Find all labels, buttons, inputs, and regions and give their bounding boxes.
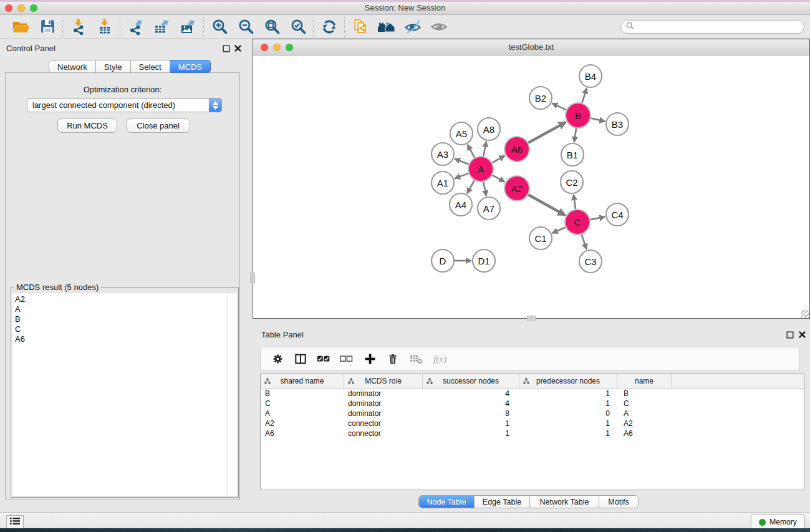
- tab-node-table[interactable]: Node Table: [419, 496, 475, 508]
- graph-edge-C-C1[interactable]: [552, 227, 566, 233]
- graph-edge-A-A8[interactable]: [483, 142, 486, 156]
- graph-edge-A-A5[interactable]: [468, 145, 475, 158]
- zoom-selected-icon[interactable]: [289, 17, 307, 36]
- graph-edge-B-B2[interactable]: [552, 104, 566, 110]
- graph-edge-C-C4[interactable]: [591, 217, 605, 220]
- column-header-name[interactable]: name: [617, 374, 672, 388]
- import-network-icon[interactable]: [69, 17, 88, 36]
- mcds-result-item[interactable]: A2: [15, 294, 228, 304]
- column-header-successor-nodes[interactable]: successor nodes: [423, 374, 519, 388]
- graph-node-C2[interactable]: C2: [561, 171, 583, 193]
- graph-edge-B-B4[interactable]: [582, 89, 586, 103]
- column-header-MCDS-role[interactable]: MCDS role: [344, 374, 423, 388]
- import-table-icon[interactable]: [95, 17, 114, 36]
- tab-network-table[interactable]: Network Table: [530, 496, 599, 508]
- graph-edge-A-A1[interactable]: [455, 173, 468, 178]
- graph-edge-A-A4[interactable]: [467, 180, 475, 193]
- mcds-result-item[interactable]: A6: [15, 334, 228, 344]
- app-titlebar[interactable]: Session: New Session: [0, 2, 810, 15]
- zoom-in-icon[interactable]: [210, 17, 229, 36]
- refresh-icon[interactable]: [320, 17, 339, 36]
- tab-mcds[interactable]: MCDS: [170, 60, 211, 73]
- table-row-B[interactable]: Bdominator41B: [261, 389, 804, 399]
- graph-edge-A6-B[interactable]: [528, 122, 566, 143]
- graph-node-A[interactable]: A: [468, 157, 493, 181]
- graph-edge-C-C2[interactable]: [574, 195, 576, 209]
- column-view-icon[interactable]: [294, 351, 307, 367]
- run-mcds-button[interactable]: Run MCDS: [57, 118, 117, 133]
- graph-node-A3[interactable]: A3: [432, 143, 454, 165]
- tab-edge-table[interactable]: Edge Table: [475, 496, 530, 508]
- table-row-C[interactable]: Cdominator41C: [261, 399, 804, 409]
- graph-node-B3[interactable]: B3: [606, 113, 629, 135]
- graph-node-D1[interactable]: D1: [473, 249, 495, 272]
- graph-node-A7[interactable]: A7: [478, 197, 500, 220]
- mcds-result-list[interactable]: A2ABCA6: [12, 293, 228, 496]
- save-icon[interactable]: [38, 17, 57, 36]
- window-resize-grip[interactable]: [801, 310, 809, 318]
- float-panel-icon[interactable]: [222, 44, 230, 52]
- minimize-window-light[interactable]: [273, 44, 281, 51]
- mcds-result-item[interactable]: C: [15, 324, 228, 334]
- select-all-rows-icon[interactable]: [317, 351, 330, 367]
- tab-select[interactable]: Select: [131, 60, 170, 73]
- graph-edge-A-A6[interactable]: [492, 156, 504, 163]
- mcds-result-item[interactable]: B: [15, 314, 228, 324]
- graph-node-C3[interactable]: C3: [579, 250, 602, 273]
- graph-edge-B-B3[interactable]: [591, 118, 604, 122]
- export-image-icon[interactable]: [179, 17, 198, 36]
- close-panel-button[interactable]: Close panel: [126, 118, 190, 133]
- mcds-result-item[interactable]: A: [15, 304, 228, 314]
- zoom-window-light[interactable]: [30, 4, 37, 12]
- graph-node-B4[interactable]: B4: [579, 65, 602, 87]
- graph-node-A1[interactable]: A1: [432, 172, 454, 194]
- graph-node-A4[interactable]: A4: [450, 193, 472, 216]
- graph-edge-A-A2[interactable]: [493, 175, 505, 181]
- mcds-result-scrollbar[interactable]: [228, 293, 237, 496]
- float-panel-icon[interactable]: [786, 331, 794, 339]
- close-window-light[interactable]: [5, 4, 12, 12]
- graph-edge-A-A7[interactable]: [483, 182, 486, 196]
- minimize-window-light[interactable]: [17, 4, 25, 12]
- criterion-select[interactable]: largest connected component (directed): [27, 98, 222, 112]
- zoom-window-light[interactable]: [286, 44, 293, 51]
- search-input[interactable]: [620, 20, 804, 34]
- deselect-all-rows-icon[interactable]: [340, 351, 354, 367]
- open-folder-icon[interactable]: [12, 17, 31, 36]
- network-window-titlebar[interactable]: testGlobe.txt: [253, 39, 809, 56]
- close-panel-icon[interactable]: [234, 44, 242, 52]
- table-row-A6[interactable]: A6connector11A6: [261, 428, 804, 438]
- export-network-icon[interactable]: [127, 17, 145, 36]
- table-row-A2[interactable]: A2connector11A2: [261, 418, 804, 428]
- graph-node-B2[interactable]: B2: [529, 87, 552, 109]
- graph-node-A8[interactable]: A8: [478, 118, 500, 140]
- memory-button[interactable]: Memory: [751, 515, 805, 530]
- delete-table-icon[interactable]: [409, 351, 423, 367]
- column-header-predecessor-nodes[interactable]: predecessor nodes: [519, 374, 617, 388]
- graph-edge-C-C3[interactable]: [582, 235, 587, 249]
- graph-edge-A-A3[interactable]: [455, 159, 468, 165]
- zoom-out-icon[interactable]: [236, 17, 255, 36]
- graph-node-C4[interactable]: C4: [606, 203, 629, 226]
- graph-node-C[interactable]: C: [565, 210, 590, 235]
- show-eye-icon[interactable]: [430, 17, 448, 36]
- graph-edge-B-B1[interactable]: [574, 128, 576, 142]
- home-icon[interactable]: [377, 17, 396, 36]
- graph-node-A2[interactable]: A2: [504, 176, 529, 201]
- graph-node-A6[interactable]: A6: [504, 137, 529, 162]
- function-builder-icon[interactable]: f(x): [432, 351, 453, 367]
- hide-panel-eye-icon[interactable]: [403, 17, 422, 36]
- show-panels-menu-button[interactable]: [6, 515, 24, 529]
- zoom-fit-icon[interactable]: [263, 17, 281, 36]
- delete-column-icon[interactable]: [386, 351, 400, 367]
- graph-edge-A2-C[interactable]: [528, 195, 565, 215]
- add-column-icon[interactable]: [363, 351, 377, 367]
- tab-motifs[interactable]: Motifs: [599, 496, 638, 508]
- network-canvas[interactable]: B4B2BB3A8A5A6A3B1AA1C2A2A4A7C4CC1C3DD1: [253, 56, 809, 318]
- graph-node-B[interactable]: B: [566, 103, 591, 128]
- close-window-light[interactable]: [261, 44, 268, 51]
- column-header-shared-name[interactable]: shared name: [261, 374, 344, 388]
- graph-node-B1[interactable]: B1: [561, 143, 584, 166]
- graph-node-C1[interactable]: C1: [529, 227, 552, 249]
- table-row-A[interactable]: Adominator80A: [261, 409, 804, 418]
